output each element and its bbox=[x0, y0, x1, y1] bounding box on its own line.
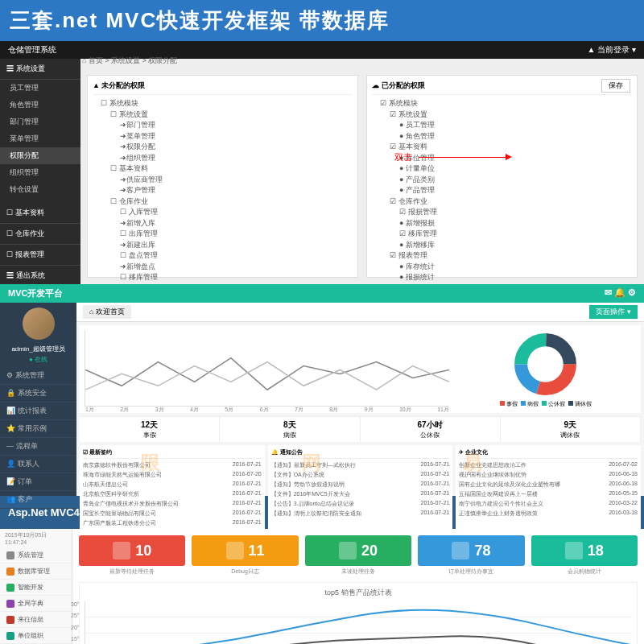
tree-node[interactable]: ☐ 仓库作业 bbox=[93, 196, 353, 208]
list-item[interactable]: 创新企业党建思想政治工作2016-07-02 bbox=[459, 460, 638, 470]
stat-item: 8天病假 bbox=[220, 417, 360, 442]
tree-node[interactable]: ● 库存统计 bbox=[372, 262, 632, 273]
donut-chart: 事假 病假 公休假 调休假 bbox=[454, 330, 636, 408]
sidebar-section[interactable]: ☐ 报表管理 bbox=[0, 245, 80, 266]
list-item[interactable]: 【通知】清明上坟祭祀消防安全通知2016-07-21 bbox=[271, 509, 450, 518]
tree-node[interactable]: ☑ 系统模块 bbox=[372, 98, 632, 109]
tree-node[interactable]: ➜菜单管理 bbox=[93, 131, 353, 142]
dashboard-tile[interactable]: 78 bbox=[418, 535, 524, 566]
tree-node[interactable]: ● 新增报损 bbox=[372, 218, 632, 229]
sidebar-item[interactable]: ⚙ 系统管理 bbox=[0, 367, 76, 385]
sidebar-item[interactable]: 全局字典 bbox=[0, 596, 72, 612]
stat-item: 67小时公休假 bbox=[361, 417, 501, 442]
tree-node[interactable]: ☑ 报表管理 bbox=[372, 250, 632, 262]
sidebar-item[interactable]: 权限分配 bbox=[0, 147, 80, 164]
sidebar-item[interactable]: 来往信息 bbox=[0, 612, 72, 628]
s1-side-header[interactable]: ☰ 系统设置 bbox=[0, 59, 80, 80]
tree-node[interactable]: ➜新建出库 bbox=[93, 240, 353, 251]
save-button[interactable]: 保存 bbox=[601, 79, 630, 93]
dashboard-tile[interactable]: 18 bbox=[531, 535, 638, 566]
tree-node[interactable]: ☐ 入库管理 bbox=[93, 207, 353, 218]
tree-node[interactable]: ➜供应商管理 bbox=[93, 175, 353, 186]
sidebar-item[interactable]: 系统管理 bbox=[0, 547, 72, 564]
tree-node[interactable]: ☐ 基本资料 bbox=[93, 163, 353, 175]
tree-node[interactable]: ☑ 仓库作业 bbox=[372, 196, 632, 208]
avatar[interactable] bbox=[23, 308, 55, 340]
tree-node[interactable]: ☑ 移库管理 bbox=[372, 229, 632, 240]
tree-node[interactable]: ● 产品管理 bbox=[372, 185, 632, 196]
tree-node[interactable]: ➜组织管理 bbox=[93, 153, 353, 164]
sidebar-item[interactable]: 单位组织 bbox=[0, 628, 72, 644]
sidebar-section[interactable]: ☐ 基本资料 bbox=[0, 203, 80, 224]
list-item[interactable]: 国有企业文化的延续及深化企业塑性有哪2016-06-18 bbox=[459, 480, 638, 489]
tree-node[interactable]: ● 新增移库 bbox=[372, 240, 632, 251]
list-item[interactable]: 视护国有企业继续体制优势2016-06-18 bbox=[459, 470, 638, 480]
sidebar-section[interactable]: ☐ 仓库作业 bbox=[0, 224, 80, 245]
tree-node[interactable]: ● 报损统计 bbox=[372, 272, 632, 283]
online-status: ● 在线 bbox=[0, 355, 76, 367]
list-item[interactable]: 正谨慎推举企业上财务透明政策2016-03-18 bbox=[459, 509, 638, 518]
list-item[interactable]: 【文件】2016年MVC5开发大会2016-07-21 bbox=[271, 489, 450, 499]
sidebar-item[interactable]: ⭐ 常用示例 bbox=[0, 420, 76, 438]
list-item[interactable]: 南京森德软件股份有限公司2016-07-21 bbox=[83, 460, 262, 470]
dashboard-tile[interactable]: 11 bbox=[192, 535, 298, 566]
sidebar-item[interactable]: 👤 联系人 bbox=[0, 456, 76, 473]
list-item[interactable]: 北京航空医科学研究所2016-07-21 bbox=[83, 489, 262, 499]
sidebar-item[interactable]: 角色管理 bbox=[0, 97, 80, 114]
list-item[interactable]: 珠海市绿能天然气运输有限公司2016-07-20 bbox=[83, 470, 262, 480]
s2-title: MVC开发平台 bbox=[8, 287, 63, 299]
tree-node[interactable]: ➜新增盘点 bbox=[93, 262, 353, 273]
tree-node[interactable]: ● 角色管理 bbox=[372, 131, 632, 142]
list-item[interactable]: 国宝长空能量场物品有限公司2016-07-21 bbox=[83, 509, 262, 518]
sidebar-item[interactable]: 👥 客户 bbox=[0, 491, 76, 509]
tab-home[interactable]: ⌂ 欢迎首页 bbox=[83, 305, 131, 319]
tree-node[interactable]: ☐ 移库管理 bbox=[93, 272, 353, 283]
header-icons[interactable]: ✉ 🔔 ⚙ bbox=[605, 287, 636, 299]
list-item[interactable]: 南宁供电力建设公司个性社会主义2016-03-22 bbox=[459, 499, 638, 509]
dashboard-tile[interactable]: 10 bbox=[79, 535, 185, 566]
tree-node[interactable]: ☑ 报损管理 bbox=[372, 207, 632, 218]
list-item[interactable]: 【公告】3.品牌onto总结会议记录2016-07-21 bbox=[271, 499, 450, 509]
tree-node[interactable]: ☑ 系统设置 bbox=[372, 109, 632, 121]
sidebar-item[interactable]: — 流程单 bbox=[0, 438, 76, 456]
list-item[interactable]: 广东国产服装工程铁道分公司2016-07-21 bbox=[83, 518, 262, 528]
lists-row: 限 网 易 ☑ 最新签约 南京森德软件股份有限公司2016-07-21珠海市绿能… bbox=[76, 442, 644, 535]
s1-login[interactable]: ▲ 当前登录 ▾ bbox=[588, 44, 636, 56]
warehouse-system: 仓储管理系统 ▲ 当前登录 ▾ ☰ 系统设置 员工管理角色管理部门管理菜单管理权… bbox=[0, 41, 644, 284]
sidebar-item[interactable]: 数据库管理 bbox=[0, 564, 72, 580]
list-culture: ✈ 企业文化 创新企业党建思想政治工作2016-07-02视护国有企业继续体制优… bbox=[456, 445, 641, 531]
list-item[interactable]: 五福国国企改网建设再上一层楼2016-05-15 bbox=[459, 489, 638, 499]
tree-node[interactable]: ● 计量单位 bbox=[372, 163, 632, 175]
sidebar-item[interactable]: 组织管理 bbox=[0, 164, 80, 181]
tree-node[interactable]: ● 产品类别 bbox=[372, 175, 632, 186]
tree-node[interactable]: ☐ 盘点管理 bbox=[93, 250, 353, 262]
sidebar-item[interactable]: 📝 订单 bbox=[0, 473, 76, 491]
tree-node[interactable]: ☐ 系统模块 bbox=[93, 98, 353, 109]
sidebar-item[interactable]: 菜单管理 bbox=[0, 130, 80, 147]
stat-item: 9天调休假 bbox=[501, 417, 641, 442]
list-item[interactable]: 山东航天信息公司2016-07-21 bbox=[83, 480, 262, 489]
tree-node[interactable]: ➜部门管理 bbox=[93, 120, 353, 131]
page-ops[interactable]: 页面操作 ▾ bbox=[589, 305, 638, 319]
chart-title: top5 销售产品统计表 bbox=[85, 588, 632, 598]
tree-node[interactable]: ➜权限分配 bbox=[93, 142, 353, 153]
sidebar-item[interactable]: 📊 统计报表 bbox=[0, 402, 76, 420]
sidebar-item[interactable]: 转仓设置 bbox=[0, 181, 80, 198]
sidebar-item[interactable]: 🔒 系统安全 bbox=[0, 385, 76, 402]
tree-node[interactable]: ➜新增入库 bbox=[93, 218, 353, 229]
tree-node[interactable]: ☐ 出库管理 bbox=[93, 229, 353, 240]
sidebar-item[interactable]: 部门管理 bbox=[0, 114, 80, 130]
s2-main: ⌂ 欢迎首页 页面操作 ▾ 1月2月3月4月5月6月7月8月9月10月11月 bbox=[76, 303, 644, 496]
sidebar-item[interactable]: 员工管理 bbox=[0, 80, 80, 97]
list-item[interactable]: 【文件】OA办公系统2016-07-21 bbox=[271, 470, 450, 480]
list-item[interactable]: 【通知】最新员工守则—武松执行2016-07-21 bbox=[271, 460, 450, 470]
list-item[interactable]: 青岛金广信电视技术开发股份有限公司2016-07-21 bbox=[83, 499, 262, 509]
tree-node[interactable]: ● 员工管理 bbox=[372, 120, 632, 131]
list-item[interactable]: 【通知】劳动节放假通知说明2016-07-21 bbox=[271, 480, 450, 489]
dashboard-tile[interactable]: 20 bbox=[305, 535, 411, 566]
s1-title: 仓储管理系统 bbox=[8, 44, 56, 56]
tree-node[interactable]: ☐ 系统设置 bbox=[93, 109, 353, 121]
tree-node[interactable]: ➜客户管理 bbox=[93, 185, 353, 196]
s2-sidebar: admin_超级管理员 ● 在线 ⚙ 系统管理🔒 系统安全📊 统计报表⭐ 常用示… bbox=[0, 303, 76, 496]
sidebar-item[interactable]: 智能开发 bbox=[0, 580, 72, 596]
